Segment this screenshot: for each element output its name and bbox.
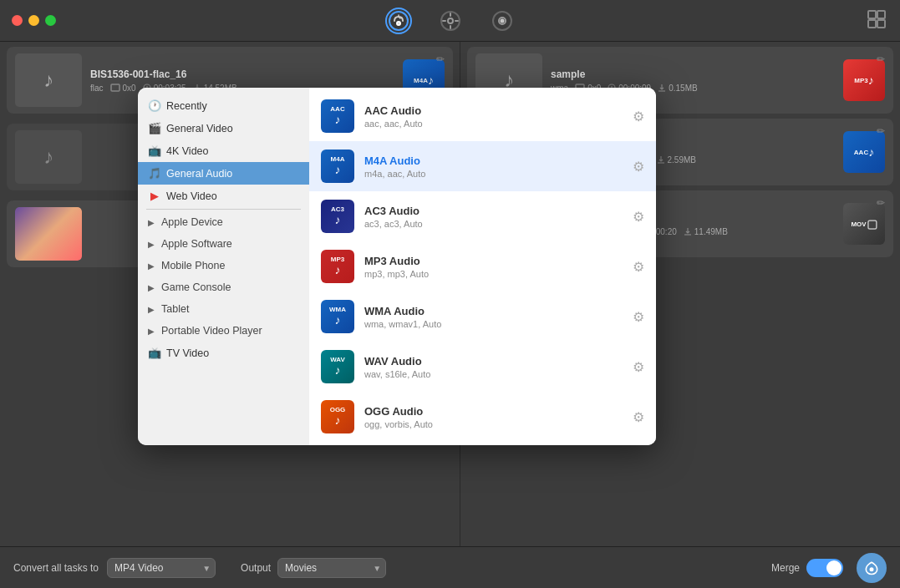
sidebar-item-tv-video-label: TV Video <box>166 347 209 359</box>
format-list: AAC ♪ AAC Audio aac, aac, Auto ⚙ <box>309 88 656 445</box>
mp3-format-details: mp3, mp3, Auto <box>364 269 623 279</box>
close-button[interactable] <box>12 15 23 26</box>
wma-settings-icon[interactable]: ⚙ <box>633 309 644 325</box>
sidebar-item-apple-device[interactable]: ▶ Apple Device <box>138 211 309 233</box>
chevron-right-icon-6: ▶ <box>148 327 155 336</box>
maximize-button[interactable] <box>45 15 56 26</box>
svg-point-23 <box>870 567 874 571</box>
ogg-settings-icon[interactable]: ⚙ <box>633 409 644 425</box>
m4a-format-name: M4A Audio <box>364 155 623 167</box>
chevron-right-icon-1: ▶ <box>148 218 155 227</box>
clock-icon: 🕐 <box>148 99 161 112</box>
wav-settings-icon[interactable]: ⚙ <box>633 359 644 375</box>
file-thumbnail-1: ♪ <box>15 53 82 107</box>
sidebar-item-tablet[interactable]: ▶ Tablet <box>138 298 309 320</box>
main-area: ♪ BIS1536-001-flac_16 flac 0x0 00:03:25 <box>0 42 900 546</box>
aac-format-icon: AAC ♪ <box>321 99 354 133</box>
ogg-format-details: ogg, vorbis, Auto <box>364 419 623 429</box>
sidebar-item-general-video-label: General Video <box>166 123 233 134</box>
sidebar-item-apple-software[interactable]: ▶ Apple Software <box>138 233 309 255</box>
ac3-format-name: AC3 Audio <box>364 205 623 217</box>
wma-format-info: WMA Audio wma, wmav1, Auto <box>364 305 623 329</box>
mp3-format-name: MP3 Audio <box>364 255 623 267</box>
music-note-icon-2: ♪ <box>43 145 53 169</box>
right-edit-3[interactable]: ✏ <box>877 197 885 209</box>
sidebar-item-game-console-label: Game Console <box>161 281 231 293</box>
sidebar-item-mobile-phone-label: Mobile Phone <box>161 260 225 271</box>
wav-format-details: wav, s16le, Auto <box>364 369 623 379</box>
svg-rect-11 <box>111 84 119 91</box>
web-video-icon: ▶ <box>148 190 161 202</box>
file-name-1: BIS1536-001-flac_16 <box>90 68 394 80</box>
right-size-3: 11.49MB <box>684 227 728 236</box>
format-select[interactable]: MP4 VideoMOVAVIMKVM4A AudioMP3 Audio <box>107 558 216 578</box>
sidebar-item-recently-label: Recently <box>166 100 207 112</box>
format-item-ac3[interactable]: AC3 ♪ AC3 Audio ac3, ac3, Auto ⚙ <box>309 191 656 241</box>
sidebar-item-recently[interactable]: 🕐 Recently <box>138 94 309 117</box>
format-item-mp3[interactable]: MP3 ♪ MP3 Audio mp3, mp3, Auto ⚙ <box>309 241 656 291</box>
sidebar-item-tv-video[interactable]: 📺 TV Video <box>138 342 309 364</box>
window-controls <box>12 15 56 26</box>
sidebar-item-game-console[interactable]: ▶ Game Console <box>138 276 309 298</box>
sidebar-item-web-video-label: Web Video <box>166 190 217 202</box>
output-section: Output MoviesDesktopDownloadsDocuments ▼ <box>241 558 386 578</box>
svg-rect-10 <box>877 20 885 28</box>
mp3-settings-icon[interactable]: ⚙ <box>633 259 644 275</box>
toggle-thumb <box>826 560 842 575</box>
wav-format-info: WAV Audio wav, s16le, Auto <box>364 355 623 379</box>
format-item-wav[interactable]: WAV ♪ WAV Audio wav, s16le, Auto ⚙ <box>309 342 656 392</box>
media-tab-icon[interactable] <box>489 8 516 34</box>
ogg-format-info: OGG Audio ogg, vorbis, Auto <box>364 405 623 429</box>
ac3-settings-icon[interactable]: ⚙ <box>633 209 644 225</box>
format-select-wrapper: MP4 VideoMOVAVIMKVM4A AudioMP3 Audio ▼ <box>107 558 216 578</box>
m4a-settings-icon[interactable]: ⚙ <box>633 159 644 175</box>
file-thumbnail-3 <box>15 207 82 261</box>
convert-tab-icon[interactable] <box>385 8 412 34</box>
mp3-format-info: MP3 Audio mp3, mp3, Auto <box>364 255 623 279</box>
titlebar-right-icon[interactable] <box>867 9 887 33</box>
sidebar-item-portable-video[interactable]: ▶ Portable Video Player <box>138 320 309 342</box>
format-item-wma[interactable]: WMA ♪ WMA Audio wma, wmav1, Auto ⚙ <box>309 291 656 342</box>
output-label: Output <box>241 562 271 574</box>
merge-toggle[interactable] <box>806 559 843 577</box>
right-file-name-1: sample <box>551 68 835 80</box>
chevron-right-icon-4: ▶ <box>148 283 155 292</box>
dropdown-sidebar: 🕐 Recently 🎬 General Video 📺 4K Video 🎵 … <box>138 88 309 445</box>
sidebar-item-general-video[interactable]: 🎬 General Video <box>138 117 309 139</box>
aac-format-name: AAC Audio <box>364 104 623 117</box>
sidebar-item-web-video[interactable]: ▶ Web Video <box>138 185 309 207</box>
svg-rect-7 <box>868 11 876 18</box>
right-size-2: 2.59MB <box>657 155 696 165</box>
svg-point-1 <box>397 22 400 25</box>
minimize-button[interactable] <box>28 15 39 26</box>
right-badge-3[interactable]: MOV ▢ <box>843 203 885 245</box>
output-select[interactable]: MoviesDesktopDownloadsDocuments <box>277 558 386 578</box>
right-badge-2[interactable]: AAC ♪ <box>843 131 885 173</box>
ogg-format-name: OGG Audio <box>364 405 623 418</box>
format-item-ogg[interactable]: OGG ♪ OGG Audio ogg, vorbis, Auto ⚙ <box>309 392 656 442</box>
edit-icon-1[interactable]: ✏ <box>436 53 445 65</box>
format-item-m4a[interactable]: M4A ♪ M4A Audio m4a, aac, Auto ⚙ <box>309 141 656 191</box>
ac3-format-details: ac3, ac3, Auto <box>364 219 623 229</box>
format-item-aac[interactable]: AAC ♪ AAC Audio aac, aac, Auto ⚙ <box>309 91 656 141</box>
video-icon: 🎬 <box>148 122 161 134</box>
settings-tab-icon[interactable] <box>437 8 464 34</box>
convert-button[interactable] <box>857 553 887 583</box>
sidebar-item-portable-video-label: Portable Video Player <box>161 325 262 337</box>
titlebar-icons <box>385 8 516 34</box>
right-edit-1[interactable]: ✏ <box>877 53 885 65</box>
wma-format-icon: WMA ♪ <box>321 300 354 333</box>
chevron-right-icon-2: ▶ <box>148 240 155 249</box>
chevron-right-icon-5: ▶ <box>148 305 155 314</box>
svg-point-6 <box>501 19 503 22</box>
aac-settings-icon[interactable]: ⚙ <box>633 109 644 124</box>
aac-format-details: aac, aac, Auto <box>364 119 623 129</box>
right-badge-1[interactable]: MP3 ♪ <box>843 59 885 101</box>
sidebar-separator <box>146 209 301 210</box>
sidebar-item-general-audio-label: General Audio <box>166 168 232 180</box>
sidebar-item-mobile-phone[interactable]: ▶ Mobile Phone <box>138 255 309 276</box>
audio-icon: 🎵 <box>148 167 161 180</box>
sidebar-item-4k-video[interactable]: 📺 4K Video <box>138 139 309 162</box>
sidebar-item-general-audio[interactable]: 🎵 General Audio <box>138 162 309 185</box>
right-edit-2[interactable]: ✏ <box>877 125 885 137</box>
